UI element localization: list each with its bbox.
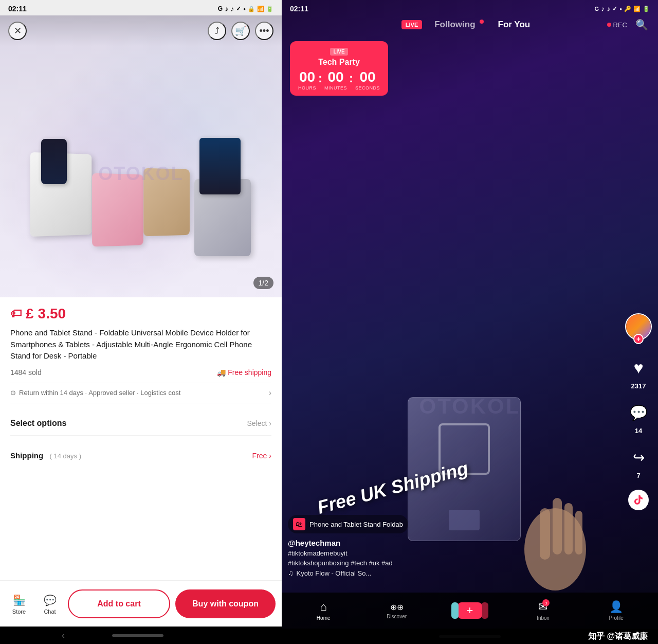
g-icon-right: G [595,6,599,12]
return-policy-content: Return within 14 days · Approved seller … [19,389,180,397]
close-button[interactable]: ✕ [8,22,27,40]
hours-label: HOURS [298,85,316,91]
shield-icon: ⊙ [10,389,16,397]
hours-value: 00 [299,70,315,84]
dot-icon-right: ● [619,7,622,11]
colon-2: : [349,71,353,85]
discover-icon: ⊕⊕ [390,602,404,612]
price-value: 3.50 [38,306,66,322]
cart-icon: 🛒 [235,25,246,37]
colon-1: : [318,71,322,85]
store-label: Store [12,609,26,615]
tiktok-icon-right-2: ♪ [607,5,610,13]
music-note-icon: ♫ [288,569,294,577]
share-button-right[interactable]: ↪ 7 [626,445,651,479]
buy-with-coupon-button[interactable]: Buy with coupon [175,589,276,618]
bottom-action-bar: 🏪 Store 💬 Chat Add to cart Buy with coup… [0,580,282,627]
shop-product-tag[interactable]: 🛍 Phone and Tablet Stand Foldab [288,515,408,533]
more-button[interactable]: ••• [255,22,273,40]
store-button[interactable]: 🏪 Store [6,593,32,615]
right-action-buttons: + ♥ 2317 💬 14 ↪ 7 [625,313,652,510]
status-icons-left: G ♪ ♪ ✓ ● 🔒 📶 🔋 [218,5,273,13]
home-icon: ⌂ [320,600,327,614]
hours-segment: 00 HOURS [298,70,316,91]
follow-plus-icon: + [633,334,644,344]
status-icons-right: G ♪ ♪ ✓ ● 🔑 📶 🔋 [595,5,650,13]
back-chevron-icon[interactable]: ‹ [62,630,65,641]
status-bar-right: 02:11 G ♪ ♪ ✓ ● 🔑 📶 🔋 [282,0,658,15]
countdown-title: Tech Party [298,58,380,67]
price-tag-icon: 🏷 [10,307,22,320]
seconds-segment: 00 SECONDS [355,70,380,91]
product-stats: 1484 sold 🚚 Free shipping [10,368,271,377]
inbox-nav-label: Inbox [537,615,549,621]
shipping-row[interactable]: Shipping ( 14 days ) Free › [10,444,271,468]
product-price: 🏷 £3.50 [10,306,271,322]
discover-nav-button[interactable]: ⊕⊕ Discover [381,602,412,619]
shop-bag-icon: 🛍 [293,518,305,530]
search-button[interactable]: 🔍 [633,16,650,33]
image-counter: 1/2 [253,277,273,289]
dot-icon: ● [243,7,246,11]
like-count: 2317 [631,382,646,390]
tablet-on-stand [199,138,241,194]
rec-dot [607,23,611,27]
phone-on-stand [41,139,67,184]
chat-button[interactable]: 💬 Chat [37,593,63,615]
share-icon: ⤴ [215,26,220,37]
comment-button[interactable]: 💬 14 [626,400,651,435]
live-badge-small: LIVE [330,48,348,56]
tiktok-svg [633,494,644,506]
return-policy-row[interactable]: ⊙ Return within 14 days · Approved selle… [10,383,271,403]
select-action: Select › [247,419,271,427]
share-button[interactable]: ⤴ [208,22,226,40]
inbox-icon: ✉ 1 [538,600,547,614]
chevron-right-shipping-icon: › [269,452,271,460]
avatar-container[interactable]: + [625,313,652,340]
add-video-button[interactable]: + [454,602,485,619]
left-panel: 02:11 G ♪ ♪ ✓ ● 🔒 📶 🔋 OTOKOL ✕ [0,0,282,644]
profile-nav-button[interactable]: 👤 Profile [601,600,632,621]
truck-icon: 🚚 [217,368,226,377]
share-icon-right: ↪ [626,445,651,470]
time-left: 02:11 [8,5,27,13]
video-hashtags-1[interactable]: #tiktokmademebuyit [288,549,622,557]
inbox-nav-button[interactable]: ✉ 1 Inbox [527,600,558,621]
chevron-right-icon: › [269,388,271,398]
cart-button[interactable]: 🛒 [231,22,250,40]
home-indicator-left: ‹ [0,627,282,644]
following-tab[interactable]: Following [426,20,483,30]
check-icon: ✓ [236,5,241,12]
live-countdown-card[interactable]: LIVE Tech Party 00 HOURS : 00 MINUTES : … [290,41,388,96]
like-button[interactable]: ♥ 2317 [626,355,651,390]
select-options-label: Select options [10,419,66,428]
following-label: Following [426,20,483,30]
shipping-label: Shipping [10,451,43,460]
heart-icon: ♥ [626,355,651,380]
add-to-cart-button[interactable]: Add to cart [68,589,170,618]
video-username[interactable]: @heytechman [288,539,622,547]
tiktok-bottom-nav: ⌂ Home ⊕⊕ Discover + ✉ 1 Inbox 👤 Profile [282,593,658,629]
video-hashtags-2[interactable]: #tiktokshopunboxing #tech #uk #ad [288,559,622,567]
status-bar-left: 02:11 G ♪ ♪ ✓ ● 🔒 📶 🔋 [0,0,282,15]
following-dot [480,20,484,24]
shipping-days: ( 14 days ) [50,452,81,460]
close-icon: ✕ [14,25,22,37]
more-icon: ••• [260,26,269,37]
watermark-left: OTOKOL [98,163,183,185]
battery-icon: 🔋 [266,6,273,12]
tiktok-icon-2: ♪ [230,5,234,13]
tiktok-logo-button[interactable] [628,490,649,510]
home-bar-left [112,634,163,637]
home-nav-button[interactable]: ⌂ Home [308,600,339,621]
seconds-label: SECONDS [355,85,380,91]
free-shipping-text: Free shipping [228,368,271,377]
live-badge[interactable]: LIVE [401,20,422,29]
countdown-time: 00 HOURS : 00 MINUTES : 00 SECONDS [298,70,380,91]
time-right: 02:11 [290,5,308,13]
tiktok-top-nav: LIVE Following For You REC 🔍 [282,15,658,34]
sold-count: 1484 sold [10,368,42,377]
video-music[interactable]: ♫ Kyoto Flow - Official So... [288,569,622,577]
for-you-label[interactable]: For You [490,20,539,30]
select-options-row[interactable]: Select options Select › [10,412,271,436]
